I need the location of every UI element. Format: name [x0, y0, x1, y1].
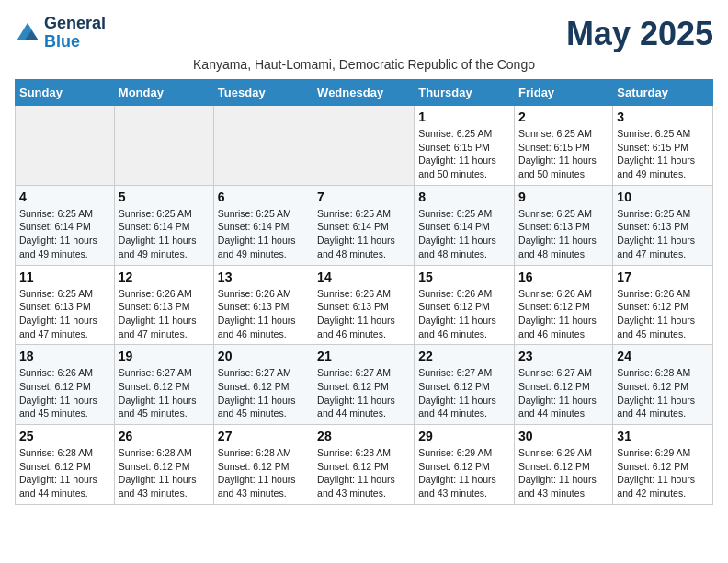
day-info: Sunrise: 6:25 AM Sunset: 6:13 PM Dayligh…: [518, 207, 609, 261]
day-info: Sunrise: 6:29 AM Sunset: 6:12 PM Dayligh…: [518, 446, 609, 500]
day-info: Sunrise: 6:25 AM Sunset: 6:13 PM Dayligh…: [19, 287, 110, 341]
day-number: 30: [518, 429, 609, 443]
day-number: 9: [518, 190, 609, 204]
day-info: Sunrise: 6:28 AM Sunset: 6:12 PM Dayligh…: [317, 446, 410, 500]
day-number: 14: [317, 270, 410, 284]
day-cell: [16, 106, 115, 186]
day-number: 1: [418, 109, 510, 124]
column-header-friday: Friday: [515, 80, 613, 106]
column-header-thursday: Thursday: [415, 80, 515, 106]
day-info: Sunrise: 6:26 AM Sunset: 6:13 PM Dayligh…: [317, 287, 410, 341]
day-number: 6: [218, 190, 309, 204]
logo-text: General Blue: [44, 15, 106, 52]
day-number: 12: [119, 270, 210, 284]
logo-blue: Blue: [44, 32, 80, 51]
day-cell: 11Sunrise: 6:25 AM Sunset: 6:13 PM Dayli…: [16, 265, 115, 345]
day-cell: 12Sunrise: 6:26 AM Sunset: 6:13 PM Dayli…: [114, 265, 213, 345]
day-info: Sunrise: 6:25 AM Sunset: 6:14 PM Dayligh…: [218, 207, 309, 261]
day-number: 16: [518, 270, 609, 284]
day-number: 11: [19, 270, 110, 284]
day-info: Sunrise: 6:25 AM Sunset: 6:15 PM Dayligh…: [617, 127, 709, 181]
day-info: Sunrise: 6:25 AM Sunset: 6:15 PM Dayligh…: [518, 127, 609, 181]
day-info: Sunrise: 6:25 AM Sunset: 6:15 PM Dayligh…: [418, 127, 510, 181]
day-cell: 30Sunrise: 6:29 AM Sunset: 6:12 PM Dayli…: [515, 425, 613, 505]
day-cell: 7Sunrise: 6:25 AM Sunset: 6:14 PM Daylig…: [313, 185, 415, 265]
day-cell: [213, 106, 313, 186]
day-cell: 4Sunrise: 6:25 AM Sunset: 6:14 PM Daylig…: [16, 185, 115, 265]
day-info: Sunrise: 6:27 AM Sunset: 6:12 PM Dayligh…: [518, 366, 609, 420]
day-number: 18: [19, 349, 110, 363]
day-number: 28: [317, 429, 410, 443]
day-cell: 26Sunrise: 6:28 AM Sunset: 6:12 PM Dayli…: [114, 425, 213, 505]
day-cell: 3Sunrise: 6:25 AM Sunset: 6:15 PM Daylig…: [613, 106, 713, 186]
day-info: Sunrise: 6:26 AM Sunset: 6:12 PM Dayligh…: [418, 287, 510, 341]
column-header-monday: Monday: [114, 80, 213, 106]
day-info: Sunrise: 6:26 AM Sunset: 6:13 PM Dayligh…: [119, 287, 210, 341]
day-cell: 19Sunrise: 6:27 AM Sunset: 6:12 PM Dayli…: [114, 345, 213, 425]
day-number: 13: [218, 270, 309, 284]
week-row-3: 11Sunrise: 6:25 AM Sunset: 6:13 PM Dayli…: [16, 265, 713, 345]
day-info: Sunrise: 6:29 AM Sunset: 6:12 PM Dayligh…: [617, 446, 709, 500]
day-number: 17: [617, 270, 709, 284]
day-cell: 31Sunrise: 6:29 AM Sunset: 6:12 PM Dayli…: [613, 425, 713, 505]
logo-general: General: [44, 14, 106, 32]
day-info: Sunrise: 6:27 AM Sunset: 6:12 PM Dayligh…: [218, 366, 309, 420]
calendar-header-row: SundayMondayTuesdayWednesdayThursdayFrid…: [16, 80, 713, 106]
day-info: Sunrise: 6:25 AM Sunset: 6:14 PM Dayligh…: [317, 207, 410, 261]
column-header-sunday: Sunday: [16, 80, 115, 106]
day-cell: 25Sunrise: 6:28 AM Sunset: 6:12 PM Dayli…: [16, 425, 115, 505]
day-cell: 17Sunrise: 6:26 AM Sunset: 6:12 PM Dayli…: [613, 265, 713, 345]
day-number: 26: [119, 429, 210, 443]
day-cell: 18Sunrise: 6:26 AM Sunset: 6:12 PM Dayli…: [16, 345, 115, 425]
day-cell: 23Sunrise: 6:27 AM Sunset: 6:12 PM Dayli…: [515, 345, 613, 425]
day-number: 21: [317, 349, 410, 363]
day-info: Sunrise: 6:26 AM Sunset: 6:13 PM Dayligh…: [218, 287, 309, 341]
day-cell: 24Sunrise: 6:28 AM Sunset: 6:12 PM Dayli…: [613, 345, 713, 425]
day-number: 20: [218, 349, 309, 363]
day-cell: 29Sunrise: 6:29 AM Sunset: 6:12 PM Dayli…: [415, 425, 515, 505]
day-cell: 13Sunrise: 6:26 AM Sunset: 6:13 PM Dayli…: [213, 265, 313, 345]
day-number: 10: [617, 190, 709, 204]
day-info: Sunrise: 6:25 AM Sunset: 6:14 PM Dayligh…: [119, 207, 210, 261]
day-cell: [114, 106, 213, 186]
day-number: 4: [19, 190, 110, 204]
day-info: Sunrise: 6:28 AM Sunset: 6:12 PM Dayligh…: [218, 446, 309, 500]
week-row-2: 4Sunrise: 6:25 AM Sunset: 6:14 PM Daylig…: [16, 185, 713, 265]
day-info: Sunrise: 6:26 AM Sunset: 6:12 PM Dayligh…: [518, 287, 609, 341]
calendar-table: SundayMondayTuesdayWednesdayThursdayFrid…: [15, 79, 713, 505]
day-number: 31: [617, 429, 709, 443]
day-cell: 28Sunrise: 6:28 AM Sunset: 6:12 PM Dayli…: [313, 425, 415, 505]
day-cell: 20Sunrise: 6:27 AM Sunset: 6:12 PM Dayli…: [213, 345, 313, 425]
day-number: 15: [418, 270, 510, 284]
day-cell: 10Sunrise: 6:25 AM Sunset: 6:13 PM Dayli…: [613, 185, 713, 265]
week-row-1: 1Sunrise: 6:25 AM Sunset: 6:15 PM Daylig…: [16, 106, 713, 186]
day-info: Sunrise: 6:28 AM Sunset: 6:12 PM Dayligh…: [617, 366, 709, 420]
day-number: 27: [218, 429, 309, 443]
day-cell: 14Sunrise: 6:26 AM Sunset: 6:13 PM Dayli…: [313, 265, 415, 345]
day-info: Sunrise: 6:28 AM Sunset: 6:12 PM Dayligh…: [19, 446, 110, 500]
day-info: Sunrise: 6:27 AM Sunset: 6:12 PM Dayligh…: [119, 366, 210, 420]
month-title: May 2025: [566, 15, 713, 53]
week-row-5: 25Sunrise: 6:28 AM Sunset: 6:12 PM Dayli…: [16, 425, 713, 505]
day-number: 3: [617, 109, 709, 124]
day-cell: [313, 106, 415, 186]
day-info: Sunrise: 6:26 AM Sunset: 6:12 PM Dayligh…: [617, 287, 709, 341]
day-cell: 1Sunrise: 6:25 AM Sunset: 6:15 PM Daylig…: [415, 106, 515, 186]
day-cell: 22Sunrise: 6:27 AM Sunset: 6:12 PM Dayli…: [415, 345, 515, 425]
day-info: Sunrise: 6:25 AM Sunset: 6:14 PM Dayligh…: [19, 207, 110, 261]
day-info: Sunrise: 6:27 AM Sunset: 6:12 PM Dayligh…: [317, 366, 410, 420]
day-number: 7: [317, 190, 410, 204]
day-info: Sunrise: 6:28 AM Sunset: 6:12 PM Dayligh…: [119, 446, 210, 500]
day-cell: 2Sunrise: 6:25 AM Sunset: 6:15 PM Daylig…: [515, 106, 613, 186]
day-cell: 8Sunrise: 6:25 AM Sunset: 6:14 PM Daylig…: [415, 185, 515, 265]
day-info: Sunrise: 6:29 AM Sunset: 6:12 PM Dayligh…: [418, 446, 510, 500]
logo-icon: [15, 20, 40, 46]
day-info: Sunrise: 6:25 AM Sunset: 6:14 PM Dayligh…: [418, 207, 510, 261]
subtitle: Kanyama, Haut-Lomami, Democratic Republi…: [15, 57, 713, 72]
day-cell: 15Sunrise: 6:26 AM Sunset: 6:12 PM Dayli…: [415, 265, 515, 345]
logo: General Blue: [15, 15, 106, 52]
day-number: 29: [418, 429, 510, 443]
day-cell: 5Sunrise: 6:25 AM Sunset: 6:14 PM Daylig…: [114, 185, 213, 265]
day-number: 8: [418, 190, 510, 204]
day-number: 22: [418, 349, 510, 363]
